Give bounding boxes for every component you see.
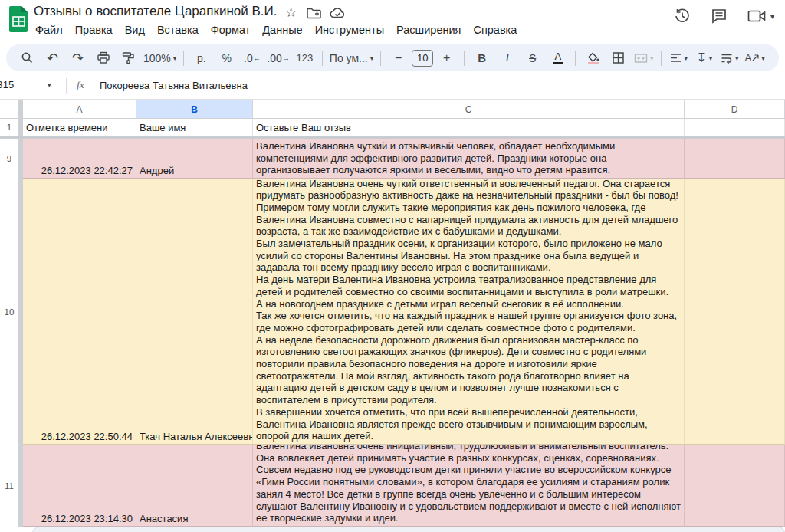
currency-format-button[interactable]: р. [189,48,213,68]
cell-a9-timestamp[interactable]: 26.12.2023 22:42:27 [23,139,136,179]
menu-extensions[interactable]: Расширения [390,22,467,38]
cell-b9-name[interactable]: Андрей [136,139,253,179]
vertical-align-caret-icon: ▾ [709,54,713,62]
formula-bar-divider [66,78,67,94]
italic-button[interactable]: I [495,48,519,68]
merge-caret-icon: ▾ [650,54,654,62]
horizontal-scrollbar[interactable] [32,527,785,532]
star-icon[interactable]: ☆ [285,5,297,21]
table-row-1: Отметка времени Ваше имя Оставьте Ваш от… [23,119,785,136]
fill-color-bar [588,62,599,64]
text-wrapping-select[interactable]: ▾ [718,48,741,68]
toolbar-separator [661,51,662,66]
select-all-corner[interactable] [0,100,18,118]
formula-bar: B15 ▾ fx Покореева Татьяна Витальевна [0,73,785,100]
increase-font-size-button[interactable]: + [435,48,458,68]
toolbar-separator [575,51,576,66]
cell-b11-name[interactable]: Анастасия [136,445,253,527]
undo-icon[interactable]: ↶ [41,48,64,68]
menu-edit[interactable]: Правка [69,22,119,38]
cell-a10-timestamp[interactable]: 26.12.2023 22:50:44 [23,179,136,445]
cell-a11-timestamp[interactable]: 26.12.2023 23:14:30 [23,445,136,527]
column-header-b[interactable]: B [136,100,253,118]
toolbar-separator [380,51,381,66]
column-header-a[interactable]: A [23,100,136,118]
horizontal-align-select[interactable]: ▾ [667,48,691,68]
column-header-d[interactable]: D [685,100,785,118]
toolbar-separator [183,51,184,66]
google-sheets-window: Отзывы о воспитателе Царапкиной В.И. ☆ Ф… [0,0,785,532]
zoom-select[interactable]: 100%▾ [142,48,178,68]
font-caret-icon: ▾ [370,54,374,62]
menu-bar: Файл Правка Вид Вставка Формат Данные Ин… [29,22,523,38]
merge-cells-icon: ▾ [632,48,655,68]
table-row-10: 26.12.2023 22:50:44 Ткач Наталья Алексее… [23,179,785,445]
row-number-9[interactable]: 9 [0,139,18,179]
text-color-bar [553,62,563,64]
zoom-caret-icon: ▾ [173,54,177,62]
more-formats-button[interactable]: 123 [293,48,317,68]
cell-d11[interactable] [685,445,785,527]
menu-view[interactable]: Вид [119,22,151,38]
move-folder-icon[interactable] [307,7,321,19]
row-number-1[interactable]: 1 [0,119,18,136]
decrease-decimals-button[interactable]: .0← [240,48,264,68]
text-rotation-caret-icon: ▾ [761,54,765,62]
row-number-10[interactable]: 10 [0,179,18,445]
paint-format-icon[interactable] [117,48,140,68]
menu-format[interactable]: Формат [205,22,257,38]
increase-decimals-button[interactable]: .00→ [265,48,291,68]
cell-b1[interactable]: Ваше имя [136,119,253,136]
table-row-9: 26.12.2023 22:42:27 Андрей Валентина Ива… [23,139,785,179]
meet-caret-icon[interactable]: ▾ [770,12,774,21]
cloud-status-icon[interactable] [330,7,346,19]
cell-d1[interactable] [685,119,785,136]
formula-input[interactable]: Покореева Татьяна Витальевна [100,80,248,91]
cell-c11-review[interactable]: Валентина Ивановна очень инициативный, т… [253,445,685,527]
redo-icon[interactable]: ↷ [66,48,90,68]
version-history-icon[interactable] [674,8,691,25]
cell-d10[interactable] [685,179,785,445]
sheets-logo-icon [8,5,29,33]
toolbar: ↶ ↷ 100%▾ р. % .0← .00→ 123 По ум...▾ − … [6,44,779,71]
text-wrapping-caret-icon: ▾ [735,54,739,62]
print-icon[interactable] [91,48,115,68]
menu-insert[interactable]: Вставка [151,22,205,38]
menu-tools[interactable]: Инструменты [309,22,390,38]
bold-button[interactable]: B [470,48,494,68]
menu-data[interactable]: Данные [256,22,308,38]
row-number-11[interactable]: 11 [0,445,18,527]
cell-c9-review[interactable]: Валентина Ивановна чуткий и отзывчивый ч… [253,139,685,179]
vertical-align-select[interactable]: ↧ ▾ [692,48,716,68]
toolbar-separator [464,51,465,66]
font-size-input[interactable]: 10 [412,50,433,67]
text-rotation-select[interactable]: A ▾ [743,48,767,68]
fx-icon: fx [77,79,84,91]
column-header-c[interactable]: C [253,100,685,118]
name-box[interactable]: B15 [0,79,44,90]
decrease-arrow-icon: ← [254,54,261,62]
strikethrough-button[interactable]: S [521,48,544,68]
comments-icon[interactable] [711,8,728,25]
toolbar-separator [322,51,323,66]
search-icon[interactable] [15,48,39,68]
decrease-font-size-button[interactable]: − [386,48,410,68]
percent-format-button[interactable]: % [215,48,238,68]
cell-c1[interactable]: Оставьте Ваш отзыв [253,119,685,136]
menu-help[interactable]: Справка [467,22,523,38]
fill-color-button[interactable] [581,48,605,68]
borders-icon[interactable] [606,48,630,68]
document-title[interactable]: Отзывы о воспитателе Царапкиной В.И. [34,4,277,19]
cell-d9[interactable] [685,139,785,179]
font-select[interactable]: По ум...▾ [328,48,375,68]
cell-b10-name[interactable]: Ткач Наталья Алексеевна [136,179,253,445]
text-color-button[interactable]: A [546,48,570,68]
name-box-caret-icon[interactable]: ▾ [48,81,51,89]
cell-c10-review[interactable]: Валентина Ивановна очень чуткий ответств… [253,179,685,445]
meet-camera-icon[interactable]: ▾ [747,9,774,23]
table-row-11: 26.12.2023 23:14:30 Анастасия Валентина … [23,445,785,527]
cell-a1[interactable]: Отметка времени [23,119,136,136]
menu-file[interactable]: Файл [29,22,69,38]
increase-arrow-icon: → [283,54,290,62]
horizontal-align-caret-icon: ▾ [684,54,688,62]
